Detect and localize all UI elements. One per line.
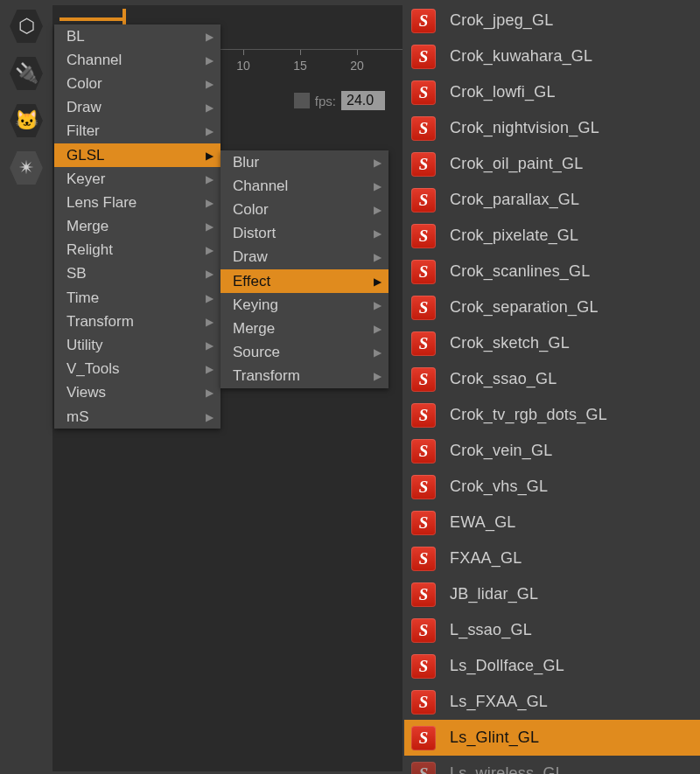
submenu-arrow-icon: ▶	[206, 244, 214, 256]
menu-item-channel[interactable]: Channel▶	[54, 48, 220, 72]
effect-item-crok-lowfi-gl[interactable]: SCrok_lowfi_GL	[404, 74, 700, 110]
menu-item-label: Filter	[66, 122, 100, 140]
shader-icon: S	[411, 439, 436, 464]
submenu-arrow-icon: ▶	[206, 220, 214, 233]
submenu-item-source[interactable]: Source▶	[220, 341, 388, 365]
submenu-arrow-icon: ▶	[206, 363, 214, 375]
menu-item-glsl[interactable]: GLSL▶	[54, 143, 220, 167]
effect-item-ls-wireless-gl[interactable]: SLs_wireless_GL	[404, 756, 700, 774]
context-menu-categories: BL▶Channel▶Color▶Draw▶Filter▶GLSL▶Keyer▶…	[54, 24, 220, 429]
menu-item-bl[interactable]: BL▶	[54, 24, 220, 48]
effect-item-fxaa-gl[interactable]: SFXAA_GL	[404, 540, 700, 576]
tool-star[interactable]: ✴	[5, 147, 47, 189]
effect-item-label: Crok_jpeg_GL	[450, 11, 553, 30]
submenu-item-label: Color	[233, 201, 269, 219]
effect-item-crok-scanlines-gl[interactable]: SCrok_scanlines_GL	[404, 254, 700, 289]
submenu-arrow-icon: ▶	[374, 275, 382, 288]
submenu-item-keying[interactable]: Keying▶	[220, 293, 388, 317]
shader-icon: S	[411, 80, 436, 105]
effect-item-crok-parallax-gl[interactable]: SCrok_parallax_GL	[404, 182, 700, 218]
menu-item-label: BL	[66, 28, 85, 45]
menu-item-time[interactable]: Time▶	[54, 286, 220, 310]
effect-list-panel: SCrok_jpeg_GLSCrok_kuwahara_GLSCrok_lowf…	[404, 0, 700, 774]
menu-item-label: Transform	[66, 313, 134, 331]
shader-icon: S	[411, 260, 436, 284]
effect-item-ewa-gl[interactable]: SEWA_GL	[404, 505, 700, 540]
effect-item-label: Crok_sketch_GL	[450, 334, 570, 352]
effect-item-crok-nightvision-gl[interactable]: SCrok_nightvision_GL	[404, 110, 700, 146]
menu-item-merge[interactable]: Merge▶	[54, 215, 220, 239]
submenu-item-merge[interactable]: Merge▶	[220, 317, 388, 340]
effect-item-ls-glint-gl[interactable]: SLs_Glint_GL	[404, 720, 700, 756]
menu-item-keyer[interactable]: Keyer▶	[54, 167, 220, 191]
effect-item-label: Ls_Dollface_GL	[450, 657, 564, 675]
menu-item-relight[interactable]: Relight▶	[54, 239, 220, 262]
submenu-arrow-icon: ▶	[206, 197, 214, 209]
menu-item-label: Lens Flare	[66, 194, 136, 212]
menu-item-filter[interactable]: Filter▶	[54, 120, 220, 143]
effect-item-label: L_ssao_GL	[450, 621, 532, 639]
submenu-item-channel[interactable]: Channel▶	[220, 174, 388, 198]
effect-item-ls-fxaa-gl[interactable]: SLs_FXAA_GL	[404, 684, 700, 720]
submenu-arrow-icon: ▶	[374, 204, 382, 216]
shader-icon: S	[411, 511, 436, 535]
effect-item-crok-ssao-gl[interactable]: SCrok_ssao_GL	[404, 361, 700, 397]
menu-item-draw[interactable]: Draw▶	[54, 96, 220, 120]
shader-icon: S	[411, 367, 436, 392]
menu-item-transform[interactable]: Transform▶	[54, 310, 220, 333]
effect-item-crok-vhs-gl[interactable]: SCrok_vhs_GL	[404, 469, 700, 505]
effect-item-crok-tv-rgb-dots-gl[interactable]: SCrok_tv_rgb_dots_GL	[404, 397, 700, 433]
submenu-item-label: Draw	[233, 248, 268, 266]
effect-item-crok-sketch-gl[interactable]: SCrok_sketch_GL	[404, 325, 700, 361]
tool-plug[interactable]: 🔌	[5, 52, 47, 94]
submenu-arrow-icon: ▶	[206, 268, 214, 280]
submenu-item-label: Effect	[233, 273, 270, 290]
effect-item-crok-kuwahara-gl[interactable]: SCrok_kuwahara_GL	[404, 38, 700, 74]
submenu-arrow-icon: ▶	[374, 180, 382, 192]
submenu-item-transform[interactable]: Transform▶	[220, 365, 388, 388]
effect-item-label: Crok_lowfi_GL	[450, 83, 556, 101]
submenu-item-draw[interactable]: Draw▶	[220, 246, 388, 269]
shader-icon: S	[411, 331, 436, 356]
playhead-indicator	[122, 9, 126, 24]
effect-item-jb-lidar-gl[interactable]: SJB_lidar_GL	[404, 576, 700, 612]
menu-item-utility[interactable]: Utility▶	[54, 333, 220, 357]
submenu-arrow-icon: ▶	[206, 31, 214, 43]
shader-icon: S	[411, 45, 436, 69]
effect-item-label: Crok_tv_rgb_dots_GL	[450, 406, 607, 424]
effect-item-crok-vein-gl[interactable]: SCrok_vein_GL	[404, 433, 700, 469]
submenu-item-effect[interactable]: Effect▶	[220, 269, 388, 293]
submenu-arrow-icon: ▶	[206, 387, 214, 399]
fps-input[interactable]	[341, 91, 385, 110]
shader-icon: S	[411, 224, 436, 248]
effect-item-ls-dollface-gl[interactable]: SLs_Dollface_GL	[404, 648, 700, 684]
menu-item-lens-flare[interactable]: Lens Flare▶	[54, 191, 220, 214]
submenu-item-distort[interactable]: Distort▶	[220, 222, 388, 246]
submenu-arrow-icon: ▶	[374, 323, 382, 335]
menu-item-sb[interactable]: SB▶	[54, 262, 220, 286]
tool-emoji[interactable]: 🐱	[5, 100, 47, 142]
menu-item-color[interactable]: Color▶	[54, 72, 220, 95]
submenu-item-blur[interactable]: Blur▶	[220, 150, 388, 174]
shader-icon: S	[411, 116, 436, 141]
fps-checkbox[interactable]	[294, 93, 310, 108]
timeline-ruler[interactable]: 10 15 20	[217, 49, 402, 84]
menu-item-v-tools[interactable]: V_Tools▶	[54, 358, 220, 381]
menu-item-ms[interactable]: mS▶	[54, 405, 220, 429]
effect-item-crok-jpeg-gl[interactable]: SCrok_jpeg_GL	[404, 3, 700, 38]
submenu-item-color[interactable]: Color▶	[220, 198, 388, 221]
effect-item-label: Ls_wireless_GL	[450, 764, 564, 774]
menu-item-views[interactable]: Views▶	[54, 381, 220, 405]
tool-hex[interactable]: ⬡	[5, 5, 47, 47]
shader-icon: S	[411, 547, 436, 571]
submenu-arrow-icon: ▶	[206, 101, 214, 114]
submenu-arrow-icon: ▶	[374, 299, 382, 311]
submenu-arrow-icon: ▶	[374, 251, 382, 263]
effect-item-label: Crok_oil_paint_GL	[450, 155, 584, 173]
effect-item-label: Crok_pixelate_GL	[450, 227, 578, 245]
effect-item-crok-oil-paint-gl[interactable]: SCrok_oil_paint_GL	[404, 146, 700, 182]
effect-item-crok-pixelate-gl[interactable]: SCrok_pixelate_GL	[404, 218, 700, 254]
effect-item-crok-separation-gl[interactable]: SCrok_separation_GL	[404, 289, 700, 325]
effect-item-label: EWA_GL	[450, 513, 516, 532]
effect-item-l-ssao-gl[interactable]: SL_ssao_GL	[404, 612, 700, 648]
